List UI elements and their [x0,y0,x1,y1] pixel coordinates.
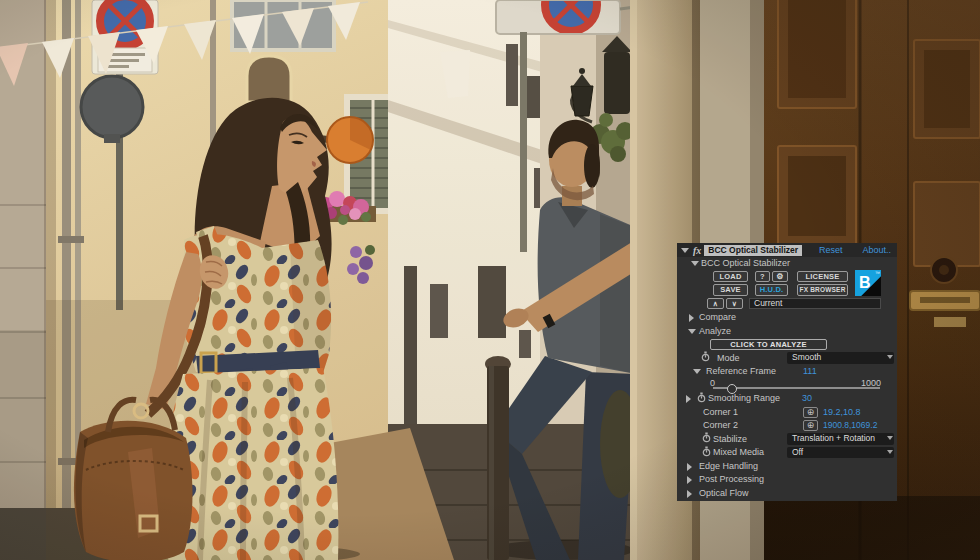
video-preview-stage: fx BCC Optical Stabilizer Reset About.. … [0,0,980,560]
smoothing-range-value[interactable]: 30 [802,393,812,403]
corner1-value[interactable]: 19.2,10.8 [823,407,861,417]
section-post-processing[interactable]: Post Processing [677,473,897,487]
corner2-label: Corner 2 [703,420,738,430]
section-compare[interactable]: Compare [677,311,897,325]
logo-letter: B [859,273,871,292]
reset-button[interactable]: Reset [819,245,843,255]
stabilize-dropdown[interactable]: Translation + Rotation [787,433,894,445]
corner2-crosshair-button[interactable]: ⊕ [803,420,818,431]
reference-frame-row: Reference Frame 111 [677,365,897,379]
corner2-value[interactable]: 1900.8,1069.2 [823,420,877,430]
mode-label: Mode [717,353,740,363]
stopwatch-icon[interactable] [702,446,711,457]
post-processing-disclosure-triangle[interactable] [687,476,692,484]
crosshair-icon: ⊕ [807,420,815,430]
license-button[interactable]: LICENSE [797,271,848,283]
stabilize-label: Stabilize [713,434,747,444]
chevron-down-icon [887,436,893,440]
hud-button[interactable]: H.U.D. [755,284,788,296]
section-optical-flow[interactable]: Optical Flow [677,486,897,500]
corner1-label: Corner 1 [703,407,738,417]
reference-frame-slider-row: 0 1000 [677,378,897,392]
effect-group-row: BCC Optical Stabilizer [677,257,897,271]
stabilize-value: Translation + Rotation [792,433,875,443]
group-disclosure-triangle[interactable] [691,261,699,266]
stabilize-row: Stabilize Translation + Rotation [677,432,897,446]
help-button[interactable]: ? [755,271,770,283]
preset-name-field[interactable]: Current [749,298,881,310]
smoothing-range-label: Smoothing Range [708,393,780,403]
stopwatch-icon[interactable] [701,351,710,362]
preset-prev-button[interactable]: ∧ [707,298,724,310]
corner1-row: Corner 1 ⊕ 19.2,10.8 [677,405,897,419]
save-button[interactable]: SAVE [713,284,748,296]
mixed-media-label: Mixed Media [713,447,764,457]
compare-label: Compare [699,312,736,322]
group-title: BCC Optical Stabilizer [701,258,790,268]
chevron-down-icon [887,355,893,359]
load-button[interactable]: LOAD [713,271,748,283]
mode-row: Mode Smooth [677,351,897,365]
crosshair-icon: ⊕ [807,407,815,417]
fx-browser-button[interactable]: FX BROWSER [797,284,848,296]
chevron-down-icon [887,450,893,454]
mixed-media-row: Mixed Media Off [677,446,897,460]
effect-header-row: fx BCC Optical Stabilizer Reset About.. [677,243,897,257]
edge-handling-label: Edge Handling [699,461,758,471]
section-analyze[interactable]: Analyze [677,324,897,338]
stopwatch-icon[interactable] [697,392,706,403]
effect-control-panel: fx BCC Optical Stabilizer Reset About.. … [677,243,897,501]
mixed-media-value: Off [792,447,803,457]
fx-icon: fx [693,245,701,256]
optical-flow-disclosure-triangle[interactable] [687,490,692,498]
optical-flow-label: Optical Flow [699,488,749,498]
effect-name[interactable]: BCC Optical Stabilizer [704,245,802,256]
mode-value: Smooth [792,352,821,362]
reference-frame-disclosure-triangle[interactable] [693,369,701,374]
mode-dropdown[interactable]: Smooth [787,352,894,364]
preset-next-button[interactable]: ∨ [726,298,743,310]
slider-track[interactable] [713,387,880,389]
analyze-label: Analyze [699,326,731,336]
compare-disclosure-triangle[interactable] [689,314,694,322]
logo-trademark: ™ [875,270,880,276]
effect-disclosure-triangle[interactable] [681,248,689,253]
borisfx-logo[interactable]: B ™ [855,270,881,296]
analyze-disclosure-triangle[interactable] [688,329,696,334]
reference-frame-label: Reference Frame [706,366,776,376]
mixed-media-dropdown[interactable]: Off [787,447,894,459]
about-button[interactable]: About.. [862,245,891,255]
gear-button[interactable]: ⚙ [772,271,788,283]
click-to-analyze-button[interactable]: CLICK TO ANALYZE [710,339,827,351]
smoothing-disclosure-triangle[interactable] [686,395,691,403]
edge-handling-disclosure-triangle[interactable] [687,463,692,471]
post-processing-label: Post Processing [699,474,764,484]
smoothing-range-row: Smoothing Range 30 [677,392,897,406]
stopwatch-icon[interactable] [702,432,711,443]
corner1-crosshair-button[interactable]: ⊕ [803,407,818,418]
section-edge-handling[interactable]: Edge Handling [677,459,897,473]
reference-frame-value[interactable]: 111 [803,366,817,376]
corner2-row: Corner 2 ⊕ 1900.8,1069.2 [677,419,897,433]
